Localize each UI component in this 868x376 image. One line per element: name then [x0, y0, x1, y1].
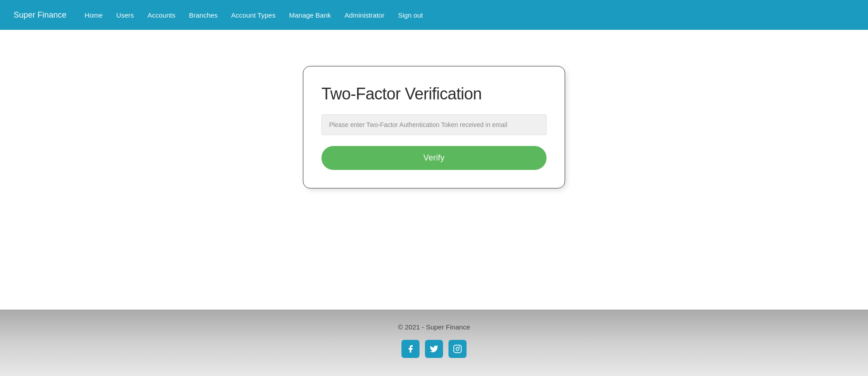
svg-point-2	[459, 346, 460, 348]
footer-social-links	[0, 340, 868, 358]
svg-rect-0	[454, 345, 462, 353]
facebook-link[interactable]	[401, 340, 420, 358]
nav-accounts[interactable]: Accounts	[147, 11, 175, 19]
nav-manage-bank[interactable]: Manage Bank	[289, 11, 331, 19]
nav-branches[interactable]: Branches	[189, 11, 217, 19]
instagram-link[interactable]	[448, 340, 467, 358]
footer-copyright: © 2021 - Super Finance	[0, 323, 868, 331]
brand-logo: Super Finance	[14, 10, 66, 20]
token-input[interactable]	[321, 114, 547, 135]
nav-home[interactable]: Home	[85, 11, 103, 19]
twitter-link[interactable]	[425, 340, 443, 358]
card-title: Two-Factor Verification	[321, 85, 547, 103]
main-content: Two-Factor Verification Verify	[0, 30, 868, 310]
twitter-icon	[429, 344, 439, 353]
facebook-icon	[406, 344, 415, 353]
nav-administrator[interactable]: Administrator	[344, 11, 384, 19]
two-factor-card: Two-Factor Verification Verify	[303, 66, 565, 188]
nav-users[interactable]: Users	[116, 11, 134, 19]
verify-button[interactable]: Verify	[321, 146, 547, 170]
nav-sign-out[interactable]: Sign out	[398, 11, 423, 19]
footer: © 2021 - Super Finance	[0, 310, 868, 376]
navbar: Super Finance Home Users Accounts Branch…	[0, 0, 868, 30]
nav-links: Home Users Accounts Branches Account Typ…	[85, 11, 854, 19]
svg-point-1	[456, 348, 459, 351]
instagram-icon	[453, 344, 462, 353]
nav-account-types[interactable]: Account Types	[231, 11, 275, 19]
